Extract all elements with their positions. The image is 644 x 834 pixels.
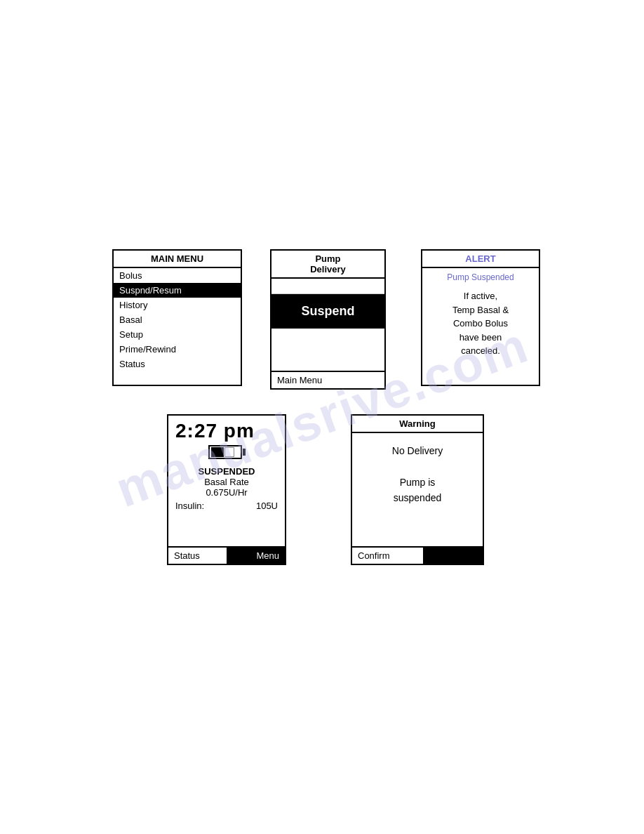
warning-body-line1: No Delivery [359, 443, 476, 458]
battery-fill-dark [211, 447, 224, 457]
menu-item-suspnd-resum[interactable]: Suspnd/Resum [114, 283, 241, 298]
battery-body [208, 445, 242, 459]
status-footer-bar: Status Menu [168, 546, 285, 564]
panel-main-menu: MAIN MENU Bolus Suspnd/Resum History Bas… [112, 249, 242, 386]
battery-tip [243, 449, 246, 456]
battery-row [168, 442, 285, 463]
battery-icon [208, 445, 246, 459]
blank-button [423, 548, 483, 564]
suspend-button[interactable]: Suspend [271, 294, 384, 329]
menu-button[interactable]: Menu [227, 548, 285, 564]
menu-item-basal[interactable]: Basal [114, 312, 241, 327]
menu-item-setup[interactable]: Setup [114, 327, 241, 342]
insulin-label: Insulin: [175, 501, 204, 511]
menu-item-status[interactable]: Status [114, 357, 241, 371]
basal-label: Basal Rate [168, 477, 285, 487]
alert-title: ALERT [422, 251, 539, 268]
menu-item-bolus[interactable]: Bolus [114, 268, 241, 283]
insulin-value: 105U [256, 501, 278, 511]
panel-alert: ALERT Pump Suspended If active,Temp Basa… [421, 249, 540, 386]
status-button[interactable]: Status [168, 548, 227, 564]
alert-subtitle: Pump Suspended [422, 268, 539, 284]
warning-title: Warning [352, 416, 483, 433]
pump-delivery-title: Pump Delivery [271, 251, 384, 279]
pump-delivery-footer[interactable]: Main Menu [271, 371, 384, 388]
suspended-label: SUSPENDED [168, 463, 285, 477]
panel-pump-delivery: Pump Delivery Suspend Main Menu [270, 249, 386, 390]
warning-body-line2: Pump is [359, 475, 476, 490]
panel-warning: Warning No Delivery Pump is suspended Co… [351, 414, 484, 565]
alert-body: If active,Temp Basal &Combo Bolushave be… [422, 284, 539, 364]
menu-item-history[interactable]: History [114, 298, 241, 312]
main-menu-title: MAIN MENU [114, 251, 241, 268]
battery-fill-light [224, 447, 234, 457]
confirm-button[interactable]: Confirm [352, 548, 423, 564]
warning-body-line3: suspended [359, 490, 476, 505]
status-time: 2:27 pm [168, 416, 285, 442]
warning-footer-bar: Confirm [352, 546, 483, 564]
basal-rate: 0.675U/Hr [168, 487, 285, 498]
panel-status: 2:27 pm SUSPENDED Basal Rate 0.675U/Hr I… [167, 414, 286, 565]
insulin-row: Insulin: 105U [168, 498, 285, 511]
menu-item-prime-rewind[interactable]: Prime/Rewind [114, 342, 241, 357]
warning-body: No Delivery Pump is suspended [352, 433, 483, 510]
